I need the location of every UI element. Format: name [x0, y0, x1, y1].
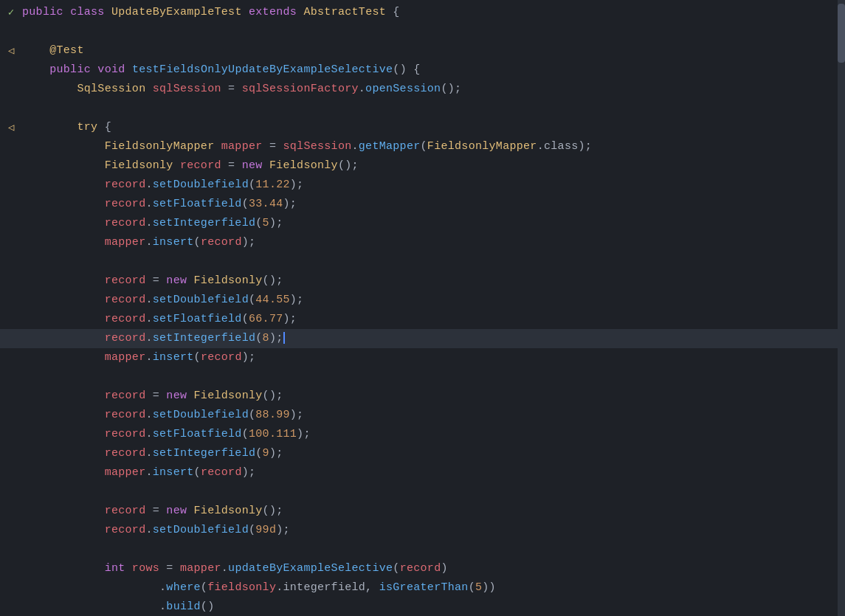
token-plain [22, 562, 105, 575]
token-method-name: setDoublefield [153, 409, 249, 421]
line-content: FieldsonlyMapper mapper = sqlSession.get… [22, 137, 592, 156]
token-kw-int: int [105, 562, 125, 575]
token-plain: ( [249, 524, 255, 536]
token-kw-new: new [166, 390, 187, 402]
token-plain: ( [194, 236, 201, 249]
token-var-name: mapper [221, 140, 263, 153]
token-method-name: updateByExampleSelective [228, 562, 393, 575]
token-chain: build [166, 601, 201, 613]
token-number: 44.55 [255, 294, 290, 306]
token-kw-new: new [242, 159, 263, 172]
token-plain: ( [249, 294, 255, 306]
token-kw-public: public [22, 6, 63, 18]
token-cls-name: FieldsonlyMapper [105, 140, 215, 153]
token-chain: where [166, 581, 201, 594]
line-content: try { [22, 118, 111, 137]
token-annotation: @Test [49, 44, 84, 57]
token-var-name: mapper [180, 562, 221, 575]
token-plain: (); [263, 274, 283, 287]
token-plain: ); [276, 524, 290, 536]
token-plain: ); [269, 447, 283, 460]
line-content: record.setFloatfield(33.44); [22, 195, 297, 214]
token-var-name: record [105, 390, 146, 402]
token-plain: . [145, 236, 152, 249]
token-plain: { [97, 121, 111, 134]
code-line: ✓public class UpdateByExampleTest extend… [0, 3, 845, 22]
token-plain: . [145, 294, 152, 306]
line-content: record = new Fieldsonly(); [22, 271, 283, 291]
token-plain: (); [263, 505, 283, 517]
token-plain: )) [482, 581, 496, 594]
token-plain [22, 140, 105, 153]
token-plain: ); [297, 428, 311, 440]
token-plain: . [145, 409, 152, 421]
token-number: 5 [475, 581, 482, 594]
code-line: record.setDoublefield(99d); [0, 521, 845, 540]
token-plain [91, 63, 97, 76]
scrollbar-thumb[interactable] [838, 4, 845, 63]
token-plain: ); [242, 351, 256, 364]
token-plain [22, 44, 49, 57]
token-plain: () { [393, 63, 420, 76]
code-line: record.setDoublefield(88.99); [0, 406, 845, 425]
code-line: mapper.insert(record); [0, 348, 845, 367]
code-line [0, 540, 845, 559]
line-content: record.setDoublefield(44.55); [22, 291, 303, 310]
code-lines: ✓public class UpdateByExampleTest extend… [0, 0, 845, 616]
token-cls-name: Fieldsonly [194, 390, 263, 402]
token-var-name: sqlSession [283, 140, 351, 153]
code-line: record.setIntegerfield(5); [0, 214, 845, 233]
token-var-name: record [105, 217, 146, 229]
token-method-name: setDoublefield [153, 294, 249, 306]
token-var-name: mapper [105, 236, 146, 249]
token-var-name: record [105, 505, 146, 517]
token-method-name: setFloatfield [153, 428, 242, 440]
code-line: mapper.insert(record); [0, 463, 845, 482]
token-var-name: record [105, 179, 146, 191]
token-plain: ( [242, 428, 249, 440]
token-cls-name: UpdateByExampleTest [111, 6, 242, 18]
token-kw-try: try [77, 121, 97, 134]
token-plain: = [145, 505, 166, 517]
line-content: record.setFloatfield(66.77); [22, 310, 297, 329]
token-method-name: isGreaterThan [379, 581, 469, 594]
token-kw-extends: extends [249, 6, 297, 18]
code-line: record.setIntegerfield(9); [0, 444, 845, 463]
token-kw-new: new [166, 274, 187, 287]
line-content: record = new Fieldsonly(); [22, 387, 283, 406]
token-plain: . [352, 140, 359, 153]
arrow-left-icon: ◁ [8, 41, 14, 60]
token-plain: ( [255, 447, 262, 460]
token-plain: = [263, 140, 283, 153]
token-plain: . [145, 313, 152, 325]
token-var-name: rows [132, 562, 159, 575]
code-line: int rows = mapper.updateByExampleSelecti… [0, 559, 845, 578]
token-var-name: record [105, 524, 146, 536]
token-plain: . [22, 601, 166, 613]
token-plain: () [201, 601, 215, 613]
token-var-name: record [400, 562, 441, 575]
token-number: 33.44 [249, 198, 283, 210]
token-plain [187, 274, 193, 287]
token-plain [22, 332, 105, 345]
code-line: SqlSession sqlSession = sqlSessionFactor… [0, 80, 845, 99]
token-plain [22, 63, 49, 76]
line-content: record.setFloatfield(100.111); [22, 425, 311, 444]
token-kw-void: void [97, 63, 125, 76]
scrollbar[interactable] [838, 0, 845, 616]
code-line [0, 252, 845, 271]
line-content: mapper.insert(record); [22, 233, 255, 252]
token-cls-name: SqlSession [77, 83, 145, 95]
token-var-name: record [201, 236, 242, 249]
token-plain: . [145, 179, 152, 191]
green-check-icon: ✓ [8, 3, 14, 22]
token-plain [22, 198, 105, 210]
token-number: 9 [263, 447, 269, 460]
token-plain: ); [242, 466, 256, 479]
token-plain: = [221, 83, 242, 95]
token-plain: ( [242, 198, 249, 210]
line-content: public class UpdateByExampleTest extends… [22, 3, 400, 22]
token-plain: ); [242, 236, 256, 249]
token-plain: ( [194, 466, 201, 479]
line-content: record.setIntegerfield(5); [22, 214, 283, 233]
